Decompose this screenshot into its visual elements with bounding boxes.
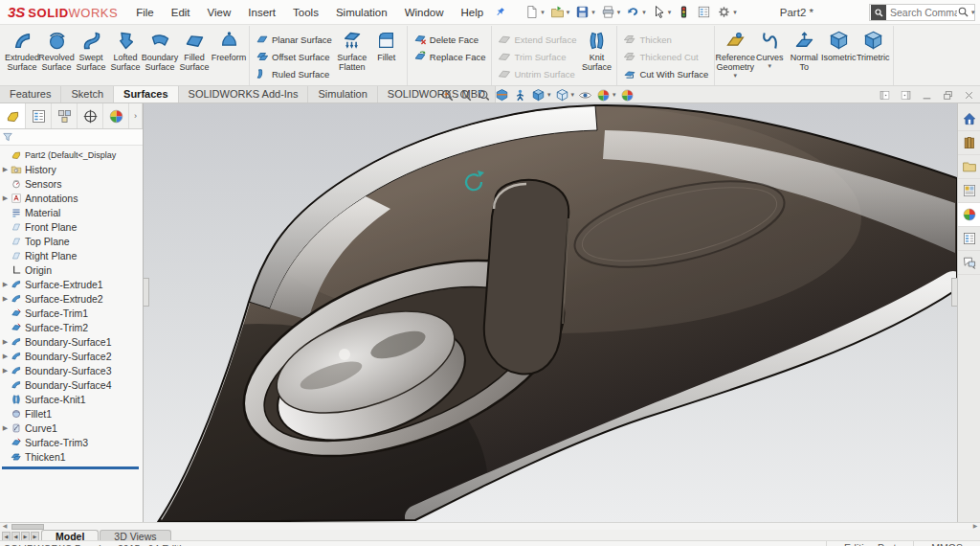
dropdown-caret[interactable]: ▾ xyxy=(733,72,737,80)
tab-nav-3[interactable]: ▶ xyxy=(31,532,39,541)
expand-caret-icon[interactable]: ▶ xyxy=(0,166,11,173)
model-3d-view[interactable] xyxy=(144,103,957,522)
menu-insert[interactable]: Insert xyxy=(239,0,284,25)
isometric-button[interactable]: Isometric xyxy=(821,26,856,62)
menu-file[interactable]: File xyxy=(127,0,163,25)
reference-geometry-button[interactable]: ReferenceGeometry▾ xyxy=(718,26,752,80)
previous-view-button[interactable] xyxy=(475,88,493,102)
normal-to-button[interactable]: NormalTo xyxy=(787,26,821,72)
extruded-surface-button[interactable]: ExtrudedSurface xyxy=(5,26,39,72)
custom-properties-button[interactable] xyxy=(958,227,980,251)
menu-simulation[interactable]: Simulation xyxy=(327,0,396,25)
tree-item-annotations[interactable]: ▶Annotations xyxy=(0,191,143,205)
file-properties-button[interactable] xyxy=(694,1,714,24)
tab-features[interactable]: Features xyxy=(0,86,61,102)
display-pane-right-button[interactable] xyxy=(901,90,911,101)
dropdown-caret[interactable]: ▾ xyxy=(612,91,616,99)
tab-nav-1[interactable]: ◀ xyxy=(11,532,20,541)
display-style-button[interactable]: ▾ xyxy=(553,88,577,102)
select-button[interactable]: ▾ xyxy=(649,1,675,24)
tree-item-sensors[interactable]: Sensors xyxy=(0,176,143,191)
tab-nav-2[interactable]: ▶ xyxy=(21,532,30,541)
tree-item-material[interactable]: Material xyxy=(0,205,143,219)
paneltab-dimxpertmanager[interactable] xyxy=(78,103,103,128)
dropdown-caret[interactable]: ▾ xyxy=(541,9,545,16)
expand-caret-icon[interactable]: ▶ xyxy=(0,338,11,346)
edit-appearance-button[interactable]: ▾ xyxy=(594,88,618,102)
tree-item-curve1[interactable]: ▶Curve1 xyxy=(0,421,143,435)
expand-caret-icon[interactable]: ▶ xyxy=(0,281,11,288)
planar-surface-button[interactable]: Planar Surface xyxy=(253,31,335,48)
ruled-surface-button[interactable]: Ruled Surface xyxy=(253,65,335,82)
tree-item-fillet1[interactable]: Fillet1 xyxy=(0,406,143,421)
new-document-button[interactable]: ▾ xyxy=(522,1,547,24)
section-view-button[interactable] xyxy=(493,88,511,102)
dropdown-caret[interactable]: ▾ xyxy=(733,9,737,16)
delete-face-button[interactable]: Delete Face xyxy=(411,31,489,48)
panel-expand-chevron-icon[interactable]: › xyxy=(129,103,143,128)
swept-surface-button[interactable]: SweptSurface xyxy=(74,26,108,72)
revolved-surface-button[interactable]: RevolvedSurface xyxy=(39,26,74,72)
tab-nav-0[interactable]: ◀ xyxy=(2,532,11,541)
search-icon[interactable] xyxy=(957,6,969,18)
scrollbar-thumb[interactable] xyxy=(11,524,44,530)
replace-face-button[interactable]: Replace Face xyxy=(411,48,489,65)
tree-item-boundary-surface3[interactable]: ▶Boundary-Surface3 xyxy=(0,363,143,377)
display-pane-left-button[interactable] xyxy=(880,90,890,101)
tree-item-right[interactable]: Right Plane xyxy=(0,248,143,262)
expand-caret-icon[interactable]: ▶ xyxy=(0,424,11,432)
paneltab-displaymanager[interactable] xyxy=(103,103,129,128)
offset-surface-button[interactable]: Offset Surface xyxy=(253,48,335,65)
pin-menu-icon[interactable] xyxy=(494,6,506,18)
search-input[interactable] xyxy=(890,7,957,18)
dropdown-caret[interactable]: ▾ xyxy=(768,62,771,70)
expand-caret-icon[interactable]: ▶ xyxy=(0,353,11,360)
tree-item-part2[interactable]: Part2 (Default<_Display xyxy=(0,148,143,162)
tree-item-history[interactable]: ▶History xyxy=(0,162,143,176)
menu-edit[interactable]: Edit xyxy=(163,0,199,25)
graphics-viewport[interactable] xyxy=(144,103,957,522)
tree-item-thicken1[interactable]: Thicken1 xyxy=(0,449,143,464)
dropdown-caret[interactable]: ▾ xyxy=(567,9,570,16)
tree-item-origin[interactable]: Origin xyxy=(0,262,143,277)
zoom-to-fit-button[interactable] xyxy=(438,88,457,102)
filled-surface-button[interactable]: FilledSurface xyxy=(177,26,212,72)
tree-item-surface-trim2[interactable]: Surface-Trim2 xyxy=(0,320,143,334)
expand-caret-icon[interactable]: ▶ xyxy=(0,367,11,375)
dropdown-caret[interactable]: ▾ xyxy=(642,9,646,16)
tree-item-boundary-surface4[interactable]: Boundary-Surface4 xyxy=(0,377,143,392)
print-button[interactable]: ▾ xyxy=(598,1,624,24)
tree-item-boundary-surface1[interactable]: ▶Boundary-Surface1 xyxy=(0,334,143,349)
hide-show-items-button[interactable] xyxy=(576,88,594,102)
lofted-surface-button[interactable]: LoftedSurface xyxy=(108,26,143,72)
dropdown-caret[interactable]: ▾ xyxy=(617,9,621,16)
tree-item-boundary-surface2[interactable]: ▶Boundary-Surface2 xyxy=(0,349,143,363)
tree-item-top[interactable]: Top Plane xyxy=(0,234,143,248)
tab-surfaces[interactable]: Surfaces xyxy=(114,86,178,102)
3d-drawing-view-button[interactable] xyxy=(511,88,529,102)
menu-view[interactable]: View xyxy=(199,0,240,25)
tree-item-surface-trim1[interactable]: Surface-Trim1 xyxy=(0,306,143,320)
tab-solidworks-add-ins[interactable]: SOLIDWORKS Add-Ins xyxy=(179,86,309,102)
tree-item-front[interactable]: Front Plane xyxy=(0,219,143,234)
view-palette-button[interactable] xyxy=(958,179,980,203)
tree-filter-row[interactable] xyxy=(0,129,143,146)
solidworks-resources-button[interactable] xyxy=(958,107,980,131)
freeform-button[interactable]: Freeform xyxy=(212,26,246,62)
tab-simulation[interactable]: Simulation xyxy=(308,86,377,102)
scroll-left-icon[interactable]: ◀ xyxy=(0,523,10,530)
search-scope-icon[interactable] xyxy=(871,5,886,20)
open-button[interactable]: ▾ xyxy=(547,1,573,24)
tab-sketch[interactable]: Sketch xyxy=(61,86,114,102)
rebuild-button[interactable] xyxy=(674,1,694,24)
horizontal-scrollbar[interactable]: ◀ ▶ xyxy=(0,522,980,530)
view-orientation-button[interactable]: ▾ xyxy=(529,88,553,102)
expand-caret-icon[interactable]: ▶ xyxy=(0,194,11,202)
knit-surface-button[interactable]: KnitSurface xyxy=(579,26,613,72)
tree-item-surface-extrude2[interactable]: ▶Surface-Extrude2 xyxy=(0,291,143,306)
undo-button[interactable]: ▾ xyxy=(623,1,649,24)
tree-item-surface-extrude1[interactable]: ▶Surface-Extrude1 xyxy=(0,277,143,291)
save-button[interactable]: ▾ xyxy=(572,1,598,24)
boundary-surface-button[interactable]: BoundarySurface xyxy=(143,26,177,72)
surface-flatten-button[interactable]: SurfaceFlatten xyxy=(335,26,369,72)
